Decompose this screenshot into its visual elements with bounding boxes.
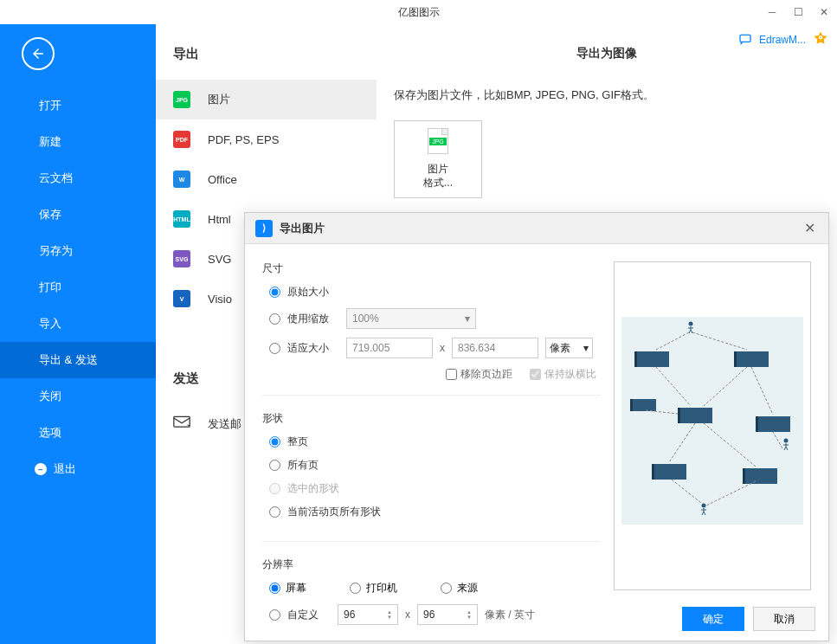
dialog-title: 导出图片 bbox=[280, 221, 801, 236]
svg-line-14 bbox=[706, 481, 756, 506]
dialog-form: 尺寸 原始大小 使用缩放 100% ▾ 适应大小 bbox=[262, 261, 601, 580]
width-input[interactable] bbox=[346, 338, 433, 358]
sidebar-item-close[interactable]: 关闭 bbox=[0, 378, 156, 415]
export-item-label: PDF, PS, EPS bbox=[208, 133, 279, 146]
zoom-select[interactable]: 100% ▾ bbox=[346, 308, 476, 329]
radio-zoom-label: 使用缩放 bbox=[287, 312, 339, 326]
sidebar-item-saveas[interactable]: 另存为 bbox=[0, 233, 156, 269]
sidebar-item-open[interactable]: 打开 bbox=[0, 87, 156, 124]
app-title: 亿图图示 bbox=[398, 5, 440, 20]
sidebar: 打开 新建 云文档 保存 另存为 打印 导入 导出 & 发送 关闭 选项 − 退… bbox=[0, 24, 156, 644]
exit-label: 退出 bbox=[54, 461, 76, 477]
radio-original-size[interactable] bbox=[269, 287, 280, 298]
window-controls: ─ ☐ ✕ bbox=[759, 0, 837, 24]
size-group: 尺寸 原始大小 使用缩放 100% ▾ 适应大小 bbox=[262, 261, 601, 396]
remove-margin-checkbox[interactable]: 移除页边距 bbox=[446, 367, 512, 382]
unit-select[interactable]: 像素 ▾ bbox=[545, 338, 593, 358]
jpg-badge: JPG bbox=[429, 138, 447, 145]
svg-icon: SVG bbox=[173, 250, 190, 267]
radio-active-page[interactable] bbox=[269, 506, 280, 518]
sidebar-item-export[interactable]: 导出 & 发送 bbox=[0, 342, 156, 378]
sidebar-item-new[interactable]: 新建 bbox=[0, 124, 156, 160]
radio-screen[interactable]: 屏幕 bbox=[269, 581, 306, 596]
export-image-dialog: ⟩ 导出图片 ✕ 尺寸 原始大小 使用缩放 100% ▾ bbox=[244, 212, 829, 641]
sidebar-item-cloud[interactable]: 云文档 bbox=[0, 160, 156, 196]
header-right: EdrawM... bbox=[738, 30, 828, 49]
svg-line-16 bbox=[646, 410, 678, 414]
unit-value: 像素 bbox=[550, 341, 570, 356]
svg-rect-2 bbox=[174, 416, 190, 427]
shape-label: 形状 bbox=[262, 411, 601, 426]
export-item-label: SVG bbox=[208, 253, 231, 266]
svg-line-6 bbox=[656, 332, 689, 350]
format-card-label: 图片 格式... bbox=[423, 163, 453, 190]
sidebar-item-options[interactable]: 选项 bbox=[0, 415, 156, 451]
height-input[interactable] bbox=[452, 338, 538, 358]
sidebar-item-exit[interactable]: − 退出 bbox=[0, 451, 156, 487]
preview-image bbox=[621, 317, 803, 525]
radio-active-label: 当前活动页所有形状 bbox=[287, 505, 381, 519]
radio-fit-size[interactable] bbox=[269, 343, 280, 354]
ok-button[interactable]: 确定 bbox=[682, 607, 744, 631]
svg-rect-0 bbox=[740, 35, 750, 42]
format-card-image[interactable]: JPG 图片 格式... bbox=[394, 120, 482, 198]
pdf-icon: PDF bbox=[173, 131, 190, 148]
chat-icon[interactable] bbox=[738, 32, 752, 48]
svg-line-12 bbox=[704, 423, 756, 467]
svg-line-7 bbox=[692, 332, 747, 350]
dialog-header[interactable]: ⟩ 导出图片 ✕ bbox=[245, 213, 828, 244]
dialog-close-button[interactable]: ✕ bbox=[801, 220, 818, 237]
word-icon: W bbox=[173, 171, 190, 188]
spinner-buttons[interactable]: ▲▼ bbox=[467, 609, 472, 620]
shape-group: 形状 整页 所有页 选中的形状 当前活动页所有形状 bbox=[262, 411, 601, 542]
export-item-image[interactable]: JPG 图片 bbox=[156, 80, 377, 119]
titlebar: 亿图图示 ─ ☐ ✕ bbox=[0, 0, 837, 24]
zoom-value: 100% bbox=[352, 312, 379, 325]
radio-printer[interactable]: 打印机 bbox=[350, 581, 397, 596]
sidebar-item-save[interactable]: 保存 bbox=[0, 196, 156, 233]
close-button[interactable]: ✕ bbox=[811, 0, 837, 24]
email-icon bbox=[173, 415, 190, 432]
export-item-office[interactable]: W Office bbox=[156, 159, 377, 199]
premium-badge-icon[interactable] bbox=[813, 30, 828, 49]
radio-full-page[interactable] bbox=[269, 436, 280, 448]
x-separator: x bbox=[405, 609, 410, 621]
radio-original-label: 原始大小 bbox=[287, 285, 329, 299]
detail-desc: 保存为图片文件，比如BMP, JPEG, PNG, GIF格式。 bbox=[394, 87, 820, 103]
edraw-link[interactable]: EdrawM... bbox=[759, 34, 806, 46]
sidebar-item-print[interactable]: 打印 bbox=[0, 269, 156, 306]
dpi-y-input[interactable]: 96▲▼ bbox=[417, 604, 478, 625]
svg-line-15 bbox=[773, 432, 782, 448]
svg-line-13 bbox=[672, 480, 701, 503]
dpi-x-input[interactable]: 96▲▼ bbox=[338, 604, 398, 625]
radio-allpages-label: 所有页 bbox=[287, 458, 319, 473]
radio-custom[interactable] bbox=[269, 609, 280, 621]
svg-line-11 bbox=[669, 423, 695, 462]
radio-fit-label: 适应大小 bbox=[287, 341, 339, 356]
maximize-button[interactable]: ☐ bbox=[785, 0, 811, 24]
export-item-label: Office bbox=[208, 173, 237, 186]
radio-use-zoom[interactable] bbox=[269, 313, 280, 325]
html-icon: HTML bbox=[173, 210, 190, 228]
chevron-down-icon: ▾ bbox=[465, 312, 470, 325]
export-item-pdf[interactable]: PDF PDF, PS, EPS bbox=[156, 119, 377, 159]
radio-source[interactable]: 来源 bbox=[441, 581, 478, 596]
radio-fullpage-label: 整页 bbox=[287, 435, 308, 449]
radio-all-pages[interactable] bbox=[269, 460, 280, 471]
back-button[interactable] bbox=[22, 37, 55, 70]
radio-selected-label: 选中的形状 bbox=[287, 481, 339, 496]
file-icon: JPG bbox=[428, 128, 448, 154]
minimize-button[interactable]: ─ bbox=[759, 0, 785, 24]
size-label: 尺寸 bbox=[262, 261, 601, 276]
jpg-icon: JPG bbox=[173, 91, 190, 108]
resolution-label: 分辨率 bbox=[262, 557, 601, 572]
preview-panel bbox=[614, 261, 811, 590]
spinner-buttons[interactable]: ▲▼ bbox=[387, 609, 392, 620]
sidebar-item-import[interactable]: 导入 bbox=[0, 306, 156, 342]
export-item-label: 图片 bbox=[208, 92, 230, 107]
export-title: 导出 bbox=[156, 46, 377, 80]
cancel-button[interactable]: 取消 bbox=[753, 607, 815, 631]
keep-ratio-checkbox[interactable]: 保持纵横比 bbox=[530, 367, 596, 382]
chevron-down-icon: ▾ bbox=[583, 342, 589, 354]
radio-selected bbox=[269, 483, 280, 494]
